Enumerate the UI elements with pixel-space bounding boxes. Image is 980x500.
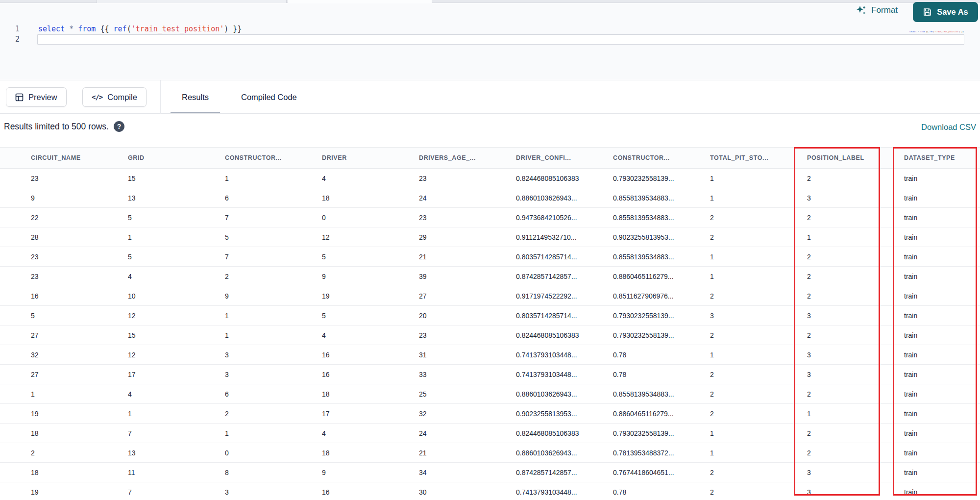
code-line-1[interactable]: select * from {{ ref('train_test_positio… — [38, 24, 242, 34]
table-cell: 1 — [218, 312, 315, 320]
line-number-2: 2 — [11, 34, 20, 45]
table-cell: 27 — [412, 292, 509, 300]
table-cell: 24 — [412, 194, 509, 202]
table-cell: 0.7813953488372... — [606, 449, 703, 457]
table-cell: 28 — [24, 233, 121, 241]
table-cell: train — [897, 371, 980, 378]
table-cell: 2 — [703, 469, 800, 476]
table-cell: 7 — [218, 214, 315, 222]
table-cell: 18 — [24, 469, 121, 476]
table-cell: 2 — [24, 449, 121, 457]
table-cell: train — [897, 214, 980, 222]
table-cell: 0.824468085106383 — [509, 331, 606, 339]
table-cell: 0.78 — [606, 371, 703, 378]
table-cell: 1 — [800, 410, 897, 418]
table-cell: 0.7413793103448... — [509, 371, 606, 378]
table-cell: train — [897, 273, 980, 280]
table-cell: train — [897, 233, 980, 241]
download-csv-link[interactable]: Download CSV — [921, 123, 976, 132]
editor-minimap[interactable]: select * from {{ ref('train_test_positio… — [909, 30, 964, 33]
tab-compiled-code[interactable]: Compiled Code — [230, 80, 308, 114]
table-cell: 23 — [412, 331, 509, 339]
table-cell: 0.7413793103448... — [509, 351, 606, 359]
table-cell: 0.7930232558139... — [606, 331, 703, 339]
results-table: CIRCUIT_NAMEGRIDCONSTRUCTOR...DRIVERDRIV… — [0, 147, 980, 500]
table-cell: 9 — [218, 292, 315, 300]
table-cell: 5 — [24, 312, 121, 320]
table-cell: 23 — [412, 175, 509, 182]
table-cell: 23 — [24, 273, 121, 280]
table-cell: 5 — [218, 233, 315, 241]
table-cell: train — [897, 429, 980, 437]
table-row: 22570230.9473684210526...0.8558139534883… — [0, 208, 980, 227]
table-row: 913618240.8860103626943...0.855813953488… — [0, 188, 980, 208]
table-cell: train — [897, 194, 980, 202]
table-cell: 2 — [800, 292, 897, 300]
editor-active-line[interactable] — [37, 34, 964, 45]
table-cell: 0.7930232558139... — [606, 312, 703, 320]
preview-label: Preview — [28, 93, 57, 102]
table-cell: 3 — [703, 312, 800, 320]
table-cell: 7 — [121, 488, 218, 496]
table-cell: 1 — [703, 351, 800, 359]
table-cell: 4 — [121, 390, 218, 398]
table-cell: 19 — [315, 292, 412, 300]
table-cell: 16 — [24, 292, 121, 300]
table-header-row: CIRCUIT_NAMEGRIDCONSTRUCTOR...DRIVERDRIV… — [0, 147, 980, 169]
sql-ide-page: 12 select * from {{ ref('train_test_posi… — [0, 0, 980, 500]
table-cell: 0 — [218, 449, 315, 457]
code-editor[interactable]: 12 select * from {{ ref('train_test_posi… — [0, 3, 980, 80]
table-cell: 13 — [121, 449, 218, 457]
table-cell: 2 — [800, 331, 897, 339]
table-row: 191217320.9023255813953...0.886046511627… — [0, 404, 980, 424]
table-cell: 16 — [315, 488, 412, 496]
table-cell: 17 — [315, 410, 412, 418]
table-cell: 1 — [121, 410, 218, 418]
table-cell: 29 — [412, 233, 509, 241]
table-cell: 12 — [315, 233, 412, 241]
table-cell: 33 — [412, 371, 509, 378]
compile-button[interactable]: </> Compile — [82, 87, 147, 107]
preview-button[interactable]: Preview — [6, 87, 67, 107]
table-cell: 2 — [800, 449, 897, 457]
table-row: 51215200.8035714285714...0.7930232558139… — [0, 306, 980, 325]
line-number-1: 1 — [11, 24, 20, 34]
table-cell: 0.8558139534883... — [606, 390, 703, 398]
column-header: TOTAL_PIT_STO... — [703, 154, 800, 161]
format-button[interactable]: Format — [856, 5, 898, 16]
table-cell: 5 — [315, 312, 412, 320]
table-cell: 1 — [703, 175, 800, 182]
table-cell: 1 — [24, 390, 121, 398]
table-cell: 2 — [218, 410, 315, 418]
table-cell: 18 — [315, 194, 412, 202]
table-cell: 2 — [703, 488, 800, 496]
table-cell: 2 — [703, 371, 800, 378]
table-cell: 12 — [121, 351, 218, 359]
table-cell: 15 — [121, 331, 218, 339]
table-cell: 0.9473684210526... — [509, 214, 606, 222]
help-icon[interactable]: ? — [114, 121, 124, 132]
table-row: 23429390.8742857142857...0.8860465116279… — [0, 267, 980, 286]
editor-tab-inactive[interactable] — [97, 0, 287, 3]
table-row: 271514230.8244680851063830.7930232558139… — [0, 325, 980, 345]
table-cell: 1 — [218, 331, 315, 339]
column-header: CONSTRUCTOR... — [218, 154, 315, 161]
table-cell: 9 — [315, 273, 412, 280]
table-cell: 2 — [800, 390, 897, 398]
table-cell: 19 — [24, 410, 121, 418]
table-cell: 0.9112149532710... — [509, 233, 606, 241]
editor-tab-active[interactable] — [288, 0, 432, 3]
save-icon — [923, 7, 932, 17]
table-cell: 0.7413793103448... — [509, 488, 606, 496]
table-cell: 22 — [24, 214, 121, 222]
table-cell: 0.8860465116279... — [606, 273, 703, 280]
table-cell: 16 — [315, 371, 412, 378]
table-cell: 0.8558139534883... — [606, 253, 703, 261]
save-as-button[interactable]: Save As — [913, 2, 978, 22]
tab-results[interactable]: Results — [171, 80, 220, 114]
table-cell: 0.7930232558139... — [606, 429, 703, 437]
table-cell: 5 — [315, 253, 412, 261]
table-cell: 7 — [121, 429, 218, 437]
action-bar: Preview </> Compile ResultsCompiled Code — [0, 80, 980, 114]
table-cell: 4 — [315, 175, 412, 182]
